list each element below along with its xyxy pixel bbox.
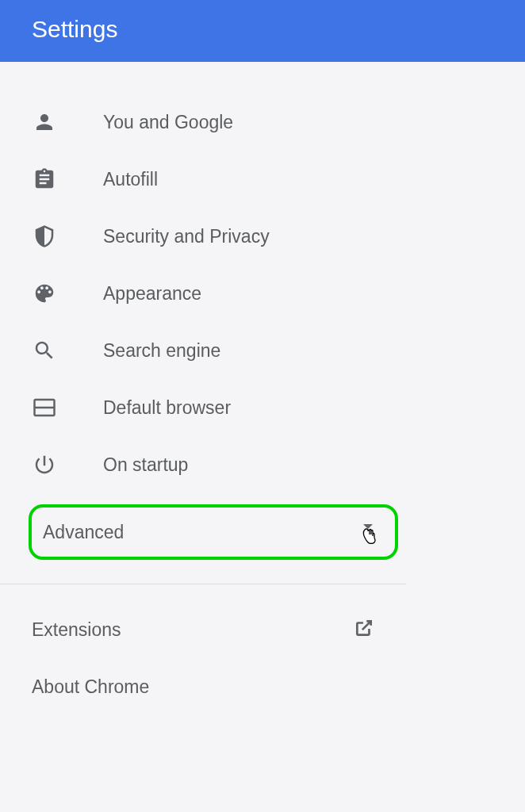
palette-icon [32,281,57,306]
menu-item-appearance[interactable]: Appearance [32,265,525,322]
shield-icon [32,224,57,249]
advanced-label: Advanced [43,522,124,543]
menu-item-extensions[interactable]: Extensions [32,600,525,659]
menu-item-security-privacy[interactable]: Security and Privacy [32,208,525,265]
menu-label: Autofill [103,169,158,190]
menu-label: Security and Privacy [103,226,270,247]
menu-item-you-and-google[interactable]: You and Google [32,94,525,151]
clipboard-icon [32,167,57,192]
power-icon [32,452,57,477]
menu-label: You and Google [103,112,233,133]
menu-item-search-engine[interactable]: Search engine [32,322,525,379]
search-icon [32,338,57,363]
menu-item-about-chrome[interactable]: About Chrome [32,659,525,715]
person-icon [32,109,57,135]
menu-item-autofill[interactable]: Autofill [32,151,525,208]
settings-menu: You and Google Autofill Security and Pri… [0,62,525,715]
divider [0,584,406,584]
settings-header: Settings [0,0,525,62]
menu-item-advanced[interactable]: Advanced [29,504,398,560]
menu-item-default-browser[interactable]: Default browser [32,379,525,436]
menu-label: Appearance [103,283,201,304]
page-title: Settings [32,16,117,42]
chevron-down-icon [357,520,381,544]
menu-label: Search engine [103,340,220,362]
menu-label: Default browser [103,397,231,419]
open-external-icon [354,618,374,642]
browser-icon [32,395,57,420]
footer-label: Extensions [32,619,121,641]
menu-item-on-startup[interactable]: On startup [32,436,525,493]
menu-label: On startup [103,454,188,476]
footer-label: About Chrome [32,676,149,698]
